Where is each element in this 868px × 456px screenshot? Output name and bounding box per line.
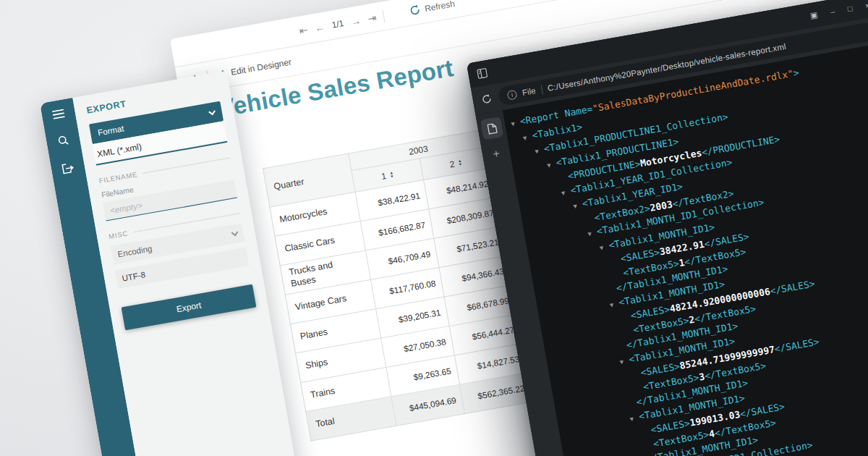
indent-spacer	[516, 153, 535, 157]
page-indicator: 1/1	[331, 18, 345, 30]
active-tab[interactable]	[480, 117, 503, 140]
vertical-tabs-button[interactable]	[477, 67, 488, 79]
arrow-placeholder	[559, 180, 569, 181]
refresh-icon	[409, 4, 421, 16]
refresh-icon	[481, 93, 493, 105]
section-label-text: FILENAME	[98, 170, 138, 185]
window-controls: ▣ – □ ×	[809, 1, 868, 20]
browser-body: + ▼<Report Name="SalesDataByProductLineA…	[476, 43, 868, 456]
browser-refresh-button[interactable]	[481, 93, 493, 105]
previous-page-button[interactable]: ←	[314, 21, 326, 33]
export-button[interactable]: Export	[122, 284, 257, 330]
arrow-placeholder	[632, 376, 642, 378]
indent-spacer	[514, 140, 524, 141]
browser-window: ▣ – □ × i File C:/Users/Anthony%20Paynte…	[467, 0, 868, 456]
arrow-placeholder	[608, 292, 617, 293]
next-page-button[interactable]: →	[350, 14, 362, 26]
xml-tag: >	[792, 67, 799, 79]
address-scheme-label: File	[522, 86, 536, 97]
arrow-placeholder	[622, 319, 631, 321]
sort-icon[interactable]: ▲▼	[458, 159, 463, 167]
vertical-tabs-icon	[477, 67, 488, 79]
search-icon	[56, 134, 70, 148]
arrow-placeholder	[624, 333, 634, 334]
refresh-button[interactable]: Refresh	[409, 0, 456, 17]
hamburger-icon	[52, 109, 65, 119]
indent-spacer	[524, 195, 561, 201]
quarter-2-label: 2	[449, 159, 456, 169]
arrow-placeholder	[642, 433, 652, 434]
sort-icon[interactable]: ▲▼	[389, 172, 394, 180]
address-divider	[540, 85, 542, 94]
page-info-icon[interactable]: i	[506, 89, 517, 100]
format-label: Format	[97, 124, 124, 137]
new-tab-button[interactable]: +	[492, 148, 501, 160]
encoding-label: Encoding	[117, 244, 153, 258]
indent-spacer	[519, 167, 547, 172]
arrow-placeholder	[612, 262, 621, 263]
arrow-placeholder	[614, 276, 624, 277]
arrow-placeholder	[634, 390, 644, 392]
hero-canvas: ⇤ ← 1/1 → ⇥ Refresh Edit in Designer	[0, 0, 868, 456]
minimize-button[interactable]: –	[830, 7, 835, 16]
document-icon	[486, 122, 497, 135]
maximize-button[interactable]: □	[847, 4, 853, 13]
arrow-placeholder	[618, 348, 627, 350]
menu-button[interactable]	[52, 109, 65, 119]
chevron-down-icon	[231, 229, 239, 236]
arrow-placeholder	[586, 221, 595, 222]
xml-tree: ▼<Report Name="SalesDataByProductLineAnd…	[503, 43, 868, 456]
last-page-button[interactable]: ⇥	[367, 12, 377, 24]
search-button[interactable]	[56, 134, 70, 148]
export-nav-button[interactable]	[60, 161, 75, 175]
export-icon	[60, 161, 75, 175]
section-label-text: MISC	[108, 229, 128, 241]
arrow-placeholder	[628, 405, 637, 407]
toolbar-divider	[382, 9, 385, 22]
first-page-button[interactable]: ⇤	[298, 24, 308, 35]
tab-layout-icon[interactable]: ▣	[809, 10, 818, 20]
arrow-placeholder	[644, 447, 654, 449]
chevron-down-icon	[208, 108, 216, 115]
edit-in-designer-label: Edit in Designer	[230, 56, 292, 77]
quarter-1-label: 1	[380, 171, 387, 182]
close-button[interactable]: ×	[864, 1, 868, 10]
refresh-label: Refresh	[424, 0, 456, 14]
